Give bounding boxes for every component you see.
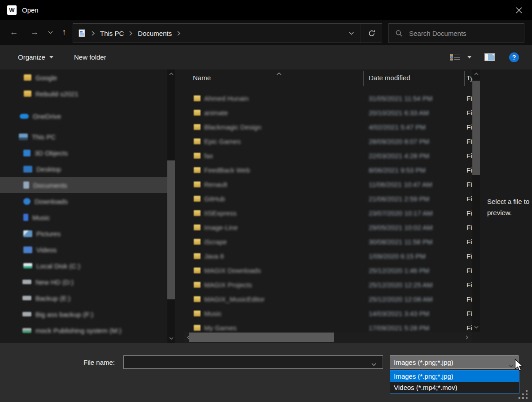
column-header-type[interactable]: Type [467, 74, 472, 82]
scroll-up-button[interactable] [472, 70, 480, 78]
file-list-horizontal-scrollbar[interactable] [184, 332, 472, 343]
address-bar[interactable]: This PC Documents [73, 23, 382, 43]
sidebar-item[interactable]: Documents [0, 177, 167, 193]
file-type-option[interactable]: Videos (*.mp4;*.mov) [390, 382, 519, 393]
sidebar-item[interactable]: Big ass backup (F:) [0, 306, 167, 322]
file-row[interactable]: MAGIX Projects 25/12/2020 12:25 AM File … [184, 278, 472, 292]
scrollbar-thumb[interactable] [167, 160, 175, 299]
sidebar-item-label: Documents [33, 182, 67, 189]
up-button[interactable]: ↑ [57, 26, 71, 39]
sidebar-item[interactable]: OneDrive [0, 108, 167, 124]
file-date-modified: 20/10/2021 6:33 AM [369, 109, 429, 117]
scrollbar-thumb[interactable] [189, 333, 334, 342]
column-header-name[interactable]: Name [193, 74, 211, 82]
sidebar-item[interactable]: 3D Objects [0, 145, 167, 161]
file-row[interactable]: My Games 17/09/2021 5:28 PM File folder [184, 321, 472, 332]
refresh-button[interactable] [361, 24, 382, 43]
sidebar-item[interactable]: Rebuild s2021 [0, 86, 167, 102]
folder-icon [194, 239, 201, 245]
sidebar-scrollbar[interactable] [167, 69, 175, 343]
address-history-button[interactable] [342, 24, 361, 43]
scroll-up-button[interactable] [167, 70, 175, 78]
file-row[interactable]: animate 20/10/2021 6:33 AM File folder [184, 106, 472, 120]
column-divider[interactable] [464, 71, 465, 86]
sidebar-item[interactable]: Music [0, 209, 167, 225]
view-mode-button[interactable] [448, 45, 463, 69]
sidebar-item[interactable]: Google [0, 69, 167, 86]
back-button[interactable]: ← [7, 26, 21, 39]
sidebar-item[interactable]: Videos [0, 242, 167, 258]
column-divider[interactable] [363, 71, 364, 86]
folder-icon [194, 311, 201, 316]
file-row[interactable]: Blackmagic Design 4/02/2021 5:47 PM File… [184, 120, 472, 134]
sidebar-item-icon [20, 114, 29, 119]
sidebar-item[interactable]: mock Publishing system (M:) [0, 322, 167, 338]
sidebar-item-icon [23, 198, 31, 205]
refresh-icon [368, 30, 375, 37]
file-date-modified: 31/05/2021 11:54 PM [369, 95, 432, 102]
file-list-vertical-scrollbar[interactable] [472, 69, 480, 332]
caret-down-icon [467, 56, 471, 59]
sidebar-item-label: Music [32, 214, 50, 221]
file-row[interactable]: Image-Line 29/05/2021 10:02 AM File fold… [184, 220, 472, 235]
file-date-modified: 22/03/2021 4:28 PM [369, 152, 429, 160]
help-button[interactable]: ? [507, 45, 521, 69]
file-row[interactable]: iScrape 30/08/2021 11:58 PM File folder [184, 235, 472, 249]
details-view-icon [450, 54, 460, 61]
scrollbar-thumb[interactable] [472, 81, 480, 175]
navigation-bar: ← → ↑ This PC Documents [0, 20, 532, 45]
file-row[interactable]: Java 8 1/09/2020 6:15 PM File folder [184, 249, 472, 264]
sidebar-item[interactable]: Desktop [0, 161, 167, 177]
scroll-down-button[interactable] [167, 335, 175, 342]
sidebar-item-label: Google [35, 74, 57, 82]
file-name-input[interactable] [123, 355, 383, 369]
search-input[interactable] [408, 29, 511, 38]
new-folder-button[interactable]: New folder [74, 45, 106, 69]
file-name-dropdown-icon[interactable] [371, 360, 376, 368]
sidebar-item[interactable]: Downloads [0, 193, 167, 209]
sidebar-item[interactable]: Pictures [0, 225, 167, 242]
sidebar-item-icon [22, 328, 31, 333]
file-row[interactable]: fax 22/03/2021 4:28 PM File folder [184, 149, 472, 163]
folder-icon [194, 253, 201, 259]
file-row[interactable]: Epic Games 28/09/2020 8:07 PM File folde… [184, 134, 472, 149]
scroll-right-button[interactable] [463, 332, 471, 343]
file-row[interactable]: MAGIX Downloads 25/12/2020 1:46 PM File … [184, 264, 472, 278]
view-mode-dropdown-button[interactable] [465, 45, 474, 69]
sidebar-item[interactable]: This PC [0, 129, 167, 145]
file-row[interactable]: Music 14/03/2021 3:43 PM File folder [184, 307, 472, 321]
file-row[interactable]: Ahmed Hunain 31/05/2021 11:54 PM File fo… [184, 91, 472, 106]
sidebar-item[interactable]: Backup (E:) [0, 290, 167, 306]
search-box[interactable] [388, 23, 524, 43]
scroll-down-button[interactable] [472, 324, 480, 331]
file-date-modified: 30/08/2021 11:58 PM [369, 238, 432, 246]
file-type: File folder [467, 267, 472, 274]
folder-icon [194, 182, 201, 187]
sidebar-item[interactable]: New HD (D:) [0, 274, 167, 290]
breadcrumb-this-pc[interactable]: This PC [100, 30, 124, 37]
file-type-option[interactable]: Images (*.png;*.jpg) [390, 371, 519, 382]
file-row[interactable]: GitHub 21/06/2021 2:59 PM File folder [184, 192, 472, 206]
file-name: Image-Line [204, 224, 238, 231]
chevron-down-icon [474, 326, 479, 329]
file-type-combobox[interactable]: Images (*.png;*.jpg) [390, 355, 519, 369]
file-row[interactable]: MAGIX_MusicEditor 25/12/2020 12:08 AM Fi… [184, 292, 472, 307]
recent-locations-button[interactable] [44, 26, 57, 39]
file-type: File folder [467, 109, 472, 117]
file-row[interactable]: FeedBack Web 8/06/2021 9:53 PM File fold… [184, 163, 472, 177]
forward-button[interactable]: → [28, 26, 41, 39]
close-button[interactable] [506, 0, 532, 20]
file-type: File folder [467, 138, 472, 145]
file-type: File folder [467, 166, 472, 174]
sidebar-item[interactable]: Local Disk (C:) [0, 258, 167, 274]
sidebar-item-icon [23, 214, 28, 221]
breadcrumb-documents[interactable]: Documents [138, 30, 172, 37]
breadcrumb-chevron-icon [129, 31, 132, 36]
file-type: File folder [467, 224, 472, 231]
preview-pane-button[interactable] [483, 45, 496, 69]
column-header-date-modified[interactable]: Date modified [369, 74, 410, 82]
file-row[interactable]: Renault 11/06/2021 10:47 AM File folder [184, 177, 472, 192]
file-type-selected-label: Images (*.png;*.jpg) [394, 359, 454, 366]
file-row[interactable]: IISExpress 23/07/2020 10:17 AM File fold… [184, 206, 472, 220]
organize-button[interactable]: Organize [18, 45, 53, 69]
